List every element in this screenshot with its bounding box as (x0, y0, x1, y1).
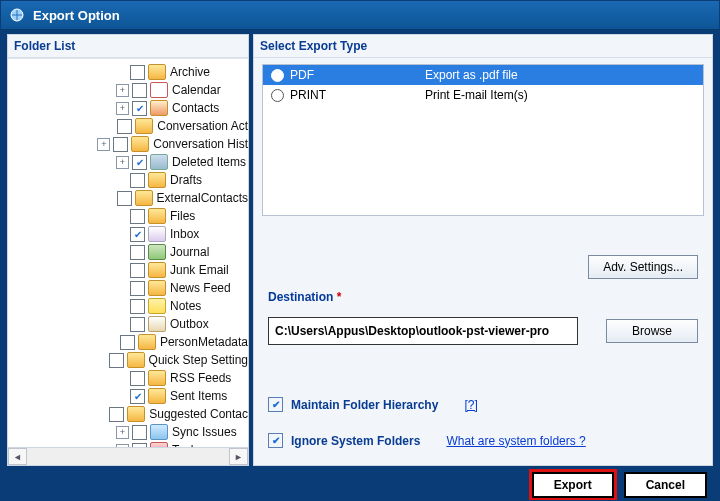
tree-node[interactable]: ExternalContacts (8, 189, 248, 207)
maintain-hierarchy-option[interactable]: Maintain Folder Hierarchy [?] (268, 397, 478, 412)
expand-toggle[interactable]: + (116, 426, 129, 439)
export-type-row[interactable]: PRINTPrint E-mail Item(s) (263, 85, 703, 105)
maintain-hierarchy-help-link[interactable]: [?] (464, 398, 477, 412)
folder-label: Suggested Contac (149, 407, 248, 421)
folder-checkbox[interactable] (132, 83, 147, 98)
export-type-radio[interactable] (271, 69, 284, 82)
export-button[interactable]: Export (532, 472, 614, 498)
tree-node[interactable]: Quick Step Setting (8, 351, 248, 369)
folder-checkbox[interactable] (113, 137, 128, 152)
folder-checkbox[interactable] (117, 191, 132, 206)
folder-icon (127, 406, 145, 422)
tree-node[interactable]: +Contacts (8, 99, 248, 117)
export-type-radio[interactable] (271, 89, 284, 102)
folder-checkbox[interactable] (130, 299, 145, 314)
destination-input[interactable] (268, 317, 578, 345)
folder-checkbox[interactable] (130, 317, 145, 332)
tree-node[interactable]: Journal (8, 243, 248, 261)
tree-node[interactable]: Inbox (8, 225, 248, 243)
tree-node[interactable]: Files (8, 207, 248, 225)
horizontal-scrollbar[interactable]: ◄ ► (8, 447, 248, 465)
expand-toggle[interactable]: + (97, 138, 110, 151)
expand-toggle (116, 391, 127, 402)
expand-toggle[interactable]: + (116, 156, 129, 169)
dialog-footer: Export Cancel (1, 470, 719, 500)
tree-node[interactable]: Drafts (8, 171, 248, 189)
expand-toggle (103, 121, 114, 132)
journal-icon (148, 244, 166, 260)
folder-checkbox[interactable] (130, 389, 145, 404)
folder-checkbox[interactable] (132, 425, 147, 440)
folder-checkbox[interactable] (130, 371, 145, 386)
expand-toggle (116, 67, 127, 78)
cal-icon (150, 82, 168, 98)
tree-node[interactable]: RSS Feeds (8, 369, 248, 387)
tree-node[interactable]: Conversation Act (8, 117, 248, 135)
tree-node[interactable]: +Sync Issues (8, 423, 248, 441)
folder-checkbox[interactable] (130, 263, 145, 278)
dialog-title: Export Option (33, 8, 120, 23)
folder-checkbox[interactable] (109, 407, 124, 422)
expand-toggle[interactable]: + (116, 84, 129, 97)
folder-checkbox[interactable] (132, 443, 147, 448)
expand-toggle (116, 211, 127, 222)
folder-checkbox[interactable] (130, 281, 145, 296)
folder-icon (148, 280, 166, 296)
folder-checkbox[interactable] (130, 245, 145, 260)
folder-checkbox[interactable] (109, 353, 124, 368)
tree-node[interactable]: News Feed (8, 279, 248, 297)
tree-node[interactable]: Suggested Contac (8, 405, 248, 423)
folder-checkbox[interactable] (130, 173, 145, 188)
tree-node[interactable]: Notes (8, 297, 248, 315)
expand-toggle (116, 229, 127, 240)
folder-list-header: Folder List (8, 35, 248, 58)
maintain-hierarchy-checkbox[interactable] (268, 397, 283, 412)
tree-node[interactable]: Outbox (8, 315, 248, 333)
ignore-system-folders-option[interactable]: Ignore System Folders What are system fo… (268, 433, 586, 448)
expand-toggle[interactable]: + (116, 444, 129, 448)
folder-checkbox[interactable] (130, 65, 145, 80)
export-type-header: Select Export Type (254, 35, 712, 58)
export-type-list[interactable]: PDFExport as .pdf filePRINTPrint E-mail … (262, 64, 704, 216)
folder-checkbox[interactable] (130, 209, 145, 224)
folder-checkbox[interactable] (130, 227, 145, 242)
folder-checkbox[interactable] (120, 335, 135, 350)
scroll-left-button[interactable]: ◄ (8, 448, 27, 465)
tree-node[interactable]: +Calendar (8, 81, 248, 99)
tree-node[interactable]: PersonMetadata (8, 333, 248, 351)
sync-icon (150, 424, 168, 440)
ignore-system-folders-label: Ignore System Folders (291, 434, 420, 448)
folder-label: Outbox (170, 317, 209, 331)
folder-label: Sent Items (170, 389, 227, 403)
titlebar: Export Option (1, 1, 719, 30)
adv-settings-button[interactable]: Adv. Settings... (588, 255, 698, 279)
folder-label: Quick Step Setting (149, 353, 248, 367)
system-folders-help-link[interactable]: What are system folders ? (446, 434, 585, 448)
scroll-right-button[interactable]: ► (229, 448, 248, 465)
folder-checkbox[interactable] (117, 119, 132, 134)
tree-node[interactable]: +Conversation Hist (8, 135, 248, 153)
folder-label: RSS Feeds (170, 371, 231, 385)
cancel-button[interactable]: Cancel (624, 472, 707, 498)
folder-label: Drafts (170, 173, 202, 187)
folder-label: Notes (170, 299, 201, 313)
folder-icon (148, 64, 166, 80)
tree-node[interactable]: Archive (8, 63, 248, 81)
export-type-row[interactable]: PDFExport as .pdf file (263, 65, 703, 85)
tasks-icon (150, 442, 168, 447)
folder-label: Tasks (172, 443, 203, 447)
deleted-icon (150, 154, 168, 170)
tree-node[interactable]: Junk Email (8, 261, 248, 279)
folder-icon (131, 136, 149, 152)
maintain-hierarchy-label: Maintain Folder Hierarchy (291, 398, 438, 412)
tree-node[interactable]: Sent Items (8, 387, 248, 405)
tree-node[interactable]: +Tasks (8, 441, 248, 447)
folder-tree[interactable]: Archive+Calendar+ContactsConversation Ac… (8, 59, 248, 447)
tree-node[interactable]: +Deleted Items (8, 153, 248, 171)
app-icon (9, 7, 25, 23)
ignore-system-folders-checkbox[interactable] (268, 433, 283, 448)
expand-toggle[interactable]: + (116, 102, 129, 115)
folder-checkbox[interactable] (132, 101, 147, 116)
folder-checkbox[interactable] (132, 155, 147, 170)
browse-button[interactable]: Browse (606, 319, 698, 343)
